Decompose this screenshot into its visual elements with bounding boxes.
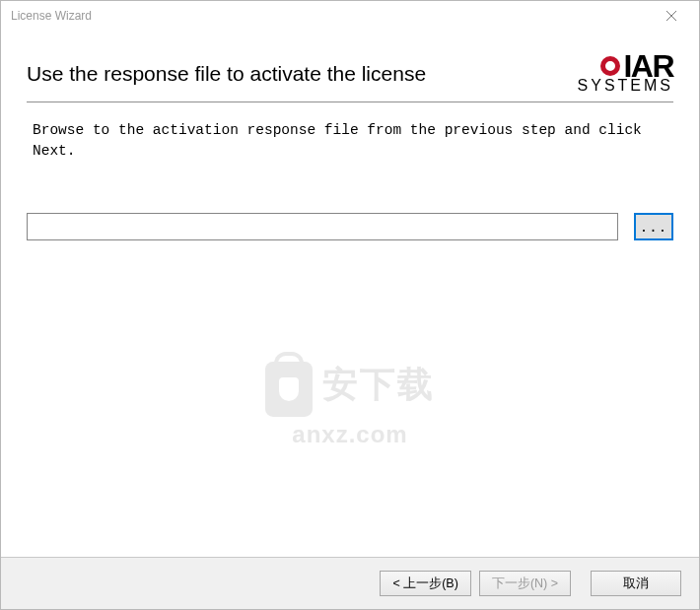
back-button[interactable]: < 上一步(B) — [380, 571, 470, 596]
close-icon — [666, 11, 676, 21]
browse-button[interactable]: ... — [634, 213, 673, 240]
response-file-path-input[interactable] — [27, 213, 618, 240]
license-wizard-window: License Wizard Use the response file to … — [0, 0, 700, 610]
watermark-text-en: anxz.com — [265, 420, 435, 447]
next-button: 下一步(N) > — [479, 571, 571, 596]
iar-logo: IAR SYSTEMS — [578, 48, 673, 94]
instruction-text: Browse to the activation response file f… — [27, 120, 673, 162]
window-title: License Wizard — [11, 9, 652, 23]
file-path-row: ... — [27, 213, 673, 240]
watermark-bag-icon — [265, 361, 313, 416]
iar-logo-subtitle: SYSTEMS — [578, 78, 673, 94]
content-spacer: 安下载 anxz.com — [27, 240, 673, 557]
header-row: Use the response file to activate the li… — [27, 48, 673, 94]
titlebar: License Wizard — [1, 1, 699, 31]
watermark: 安下载 anxz.com — [265, 353, 435, 447]
iar-logo-ring-icon — [600, 56, 620, 76]
page-heading: Use the response file to activate the li… — [27, 62, 426, 86]
cancel-button[interactable]: 取消 — [591, 571, 681, 596]
watermark-text-cn: 安下载 — [322, 361, 435, 409]
wizard-footer: < 上一步(B) 下一步(N) > 取消 — [1, 558, 699, 609]
close-button[interactable] — [652, 2, 691, 30]
header-separator — [27, 102, 673, 102]
content-area: Use the response file to activate the li… — [1, 31, 699, 557]
